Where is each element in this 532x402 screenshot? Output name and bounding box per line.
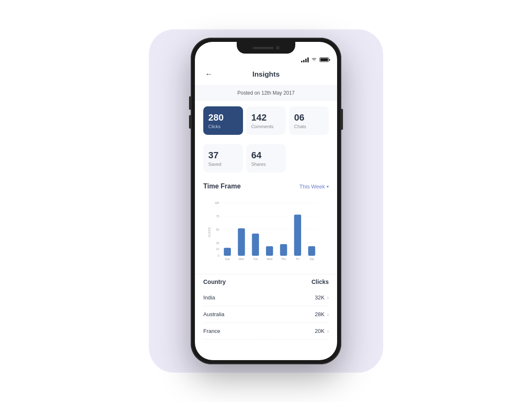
phone-mockup: ← Insights Posted on 12th May 2017 280 C… <box>191 38 341 364</box>
timeframe-selector[interactable]: This Week ▾ <box>299 183 329 190</box>
svg-text:10: 10 <box>216 247 220 250</box>
svg-text:Sat: Sat <box>309 258 314 260</box>
country-row-france[interactable]: France 20K › <box>203 323 329 340</box>
clicks-col-header: Clicks <box>312 278 329 285</box>
saved-number: 37 <box>208 150 238 161</box>
australia-clicks-value: 28K <box>315 311 325 317</box>
svg-text:Sun: Sun <box>225 258 230 260</box>
chevron-down-icon: ▾ <box>327 184 329 189</box>
svg-text:25: 25 <box>216 242 220 245</box>
timeframe-header: Time Frame This Week ▾ <box>203 183 329 190</box>
wifi-icon <box>311 57 317 62</box>
svg-text:Thu: Thu <box>281 258 286 260</box>
stats-grid-row2: 37 Saved 64 Shares <box>195 144 337 178</box>
stat-comments-card: 142 Comments <box>246 106 286 135</box>
battery-icon <box>320 57 329 62</box>
chart-svg: CLICKS 100 75 50 <box>207 195 325 265</box>
bar-fri <box>294 214 301 255</box>
svg-text:75: 75 <box>216 215 220 218</box>
chats-number: 06 <box>294 112 324 123</box>
page-title: Insights <box>252 70 279 79</box>
india-clicks-value: 32K <box>315 294 325 301</box>
country-clicks-australia: 28K › <box>315 311 329 317</box>
clicks-label: Clicks <box>208 124 238 129</box>
back-button[interactable]: ← <box>203 68 214 80</box>
svg-text:Mon: Mon <box>239 258 244 260</box>
chats-label: Chats <box>294 124 324 129</box>
stat-saved-card: 37 Saved <box>203 144 243 173</box>
stat-clicks-card: 280 Clicks <box>203 106 243 135</box>
signal-icon <box>301 57 309 62</box>
stats-grid-row1: 280 Clicks 142 Comments 06 Chats <box>195 100 337 144</box>
bar-sat <box>308 246 315 256</box>
svg-text:100: 100 <box>215 201 219 204</box>
notch <box>237 42 295 54</box>
chevron-right-icon: › <box>327 295 329 301</box>
stat-chats-card: 06 Chats <box>289 106 329 135</box>
phone-body: ← Insights Posted on 12th May 2017 280 C… <box>191 38 341 364</box>
comments-label: Comments <box>251 124 281 129</box>
comments-number: 142 <box>251 112 281 123</box>
country-row-australia[interactable]: Australia 28K › <box>203 306 329 323</box>
phone-screen: ← Insights Posted on 12th May 2017 280 C… <box>195 42 337 360</box>
clicks-number: 280 <box>208 112 238 123</box>
svg-text:0: 0 <box>217 254 219 257</box>
volume-down-button <box>189 115 191 129</box>
y-axis-label: CLICKS <box>208 227 211 237</box>
country-section: Country Clicks India 32K › Australia <box>195 274 337 344</box>
stat-shares-card: 64 Shares <box>246 144 286 173</box>
country-col-header: Country <box>203 278 226 285</box>
app-header: ← Insights <box>195 64 337 85</box>
camera <box>276 46 279 49</box>
bar-thu <box>280 244 287 256</box>
screen-content[interactable]: ← Insights Posted on 12th May 2017 280 C… <box>195 64 337 357</box>
timeframe-selector-label: This Week <box>299 183 325 190</box>
shares-number: 64 <box>251 150 281 161</box>
volume-up-button <box>189 96 191 110</box>
country-name-australia: Australia <box>203 311 225 317</box>
country-row-india[interactable]: India 32K › <box>203 289 329 306</box>
chevron-right-icon-2: › <box>327 312 329 317</box>
france-clicks-value: 20K <box>315 328 325 334</box>
svg-text:Wed: Wed <box>267 258 273 260</box>
posted-date-text: Posted on 12th May 2017 <box>238 90 295 96</box>
country-clicks-france: 20K › <box>315 328 329 334</box>
svg-text:Tue: Tue <box>253 258 258 260</box>
speaker <box>253 47 274 49</box>
bar-chart: CLICKS 100 75 50 <box>203 195 329 271</box>
bar-mon <box>238 228 245 256</box>
timeframe-section: Time Frame This Week ▾ CLICKS <box>195 178 337 274</box>
timeframe-title: Time Frame <box>203 183 241 190</box>
chevron-right-icon-3: › <box>327 328 329 334</box>
country-name-france: France <box>203 328 220 334</box>
svg-text:50: 50 <box>216 228 220 231</box>
saved-label: Saved <box>208 162 238 167</box>
posted-date-bar: Posted on 12th May 2017 <box>195 85 337 100</box>
svg-text:Fri: Fri <box>296 258 299 260</box>
bar-tue <box>252 234 259 256</box>
power-button <box>341 109 343 130</box>
bar-sun <box>224 248 231 256</box>
bar-wed <box>266 246 273 256</box>
country-name-india: India <box>203 294 215 301</box>
shares-label: Shares <box>251 162 281 167</box>
status-bar <box>195 54 337 64</box>
country-clicks-india: 32K › <box>315 294 329 301</box>
country-table-header: Country Clicks <box>203 278 329 285</box>
